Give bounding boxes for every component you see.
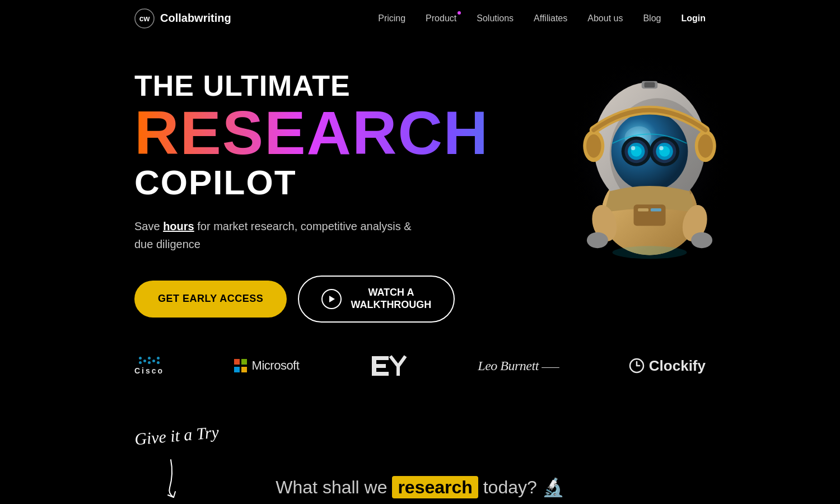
clockify-text: Clockify (649, 357, 706, 375)
ey-logo (369, 351, 408, 381)
microsoft-logo: Microsoft (234, 358, 300, 373)
svg-point-18 (659, 146, 664, 151)
bottom-section: Give it a Try What shall we research tod… (0, 398, 840, 504)
nav-link-about-us[interactable]: About us (587, 13, 623, 24)
cisco-logo: Cisco (134, 357, 164, 375)
hero-description: Save hours for market research, competit… (134, 217, 426, 253)
ms-blue-square (234, 367, 240, 372)
leo-burnett-text: Leo Burnett —— (478, 358, 559, 374)
logos-section: Cisco Microsoft Leo Burnett —— (0, 323, 840, 398)
svg-point-20 (586, 134, 601, 158)
early-access-button[interactable]: GET EARLY ACCESS (134, 281, 287, 318)
clockify-icon (629, 358, 645, 374)
play-icon (321, 289, 342, 309)
svg-point-31 (691, 232, 712, 249)
svg-text:cw: cw (139, 14, 150, 23)
ey-svg (369, 351, 408, 381)
nav-links: Pricing Product Solutions Affiliates Abo… (378, 13, 706, 24)
svg-rect-27 (651, 208, 661, 212)
svg-point-22 (698, 134, 713, 158)
astronaut-image (554, 48, 745, 260)
arrow-scribble-icon (165, 457, 199, 502)
astronaut-svg (554, 48, 745, 260)
svg-rect-26 (638, 208, 648, 212)
svg-point-13 (631, 146, 636, 151)
watch-walkthrough-button[interactable]: WATCH AWALKTHROUGH (298, 276, 455, 322)
hero-illustration (543, 48, 756, 260)
nav-link-product[interactable]: Product (426, 13, 456, 24)
navbar: cw Collabwriting Pricing Product Solutio… (0, 0, 840, 36)
ms-grid-icon (234, 359, 248, 372)
svg-rect-24 (645, 82, 655, 88)
hero-desc-pre: Save (134, 220, 163, 232)
nav-login-button[interactable]: Login (681, 13, 706, 24)
svg-point-30 (587, 232, 608, 249)
ms-red-square (234, 359, 240, 365)
hero-desc-link: hours (163, 220, 194, 232)
bottom-research-highlight: research (392, 476, 478, 498)
nav-link-blog[interactable]: Blog (643, 13, 661, 24)
leo-burnett-logo: Leo Burnett —— (478, 358, 559, 374)
ms-yellow-square (241, 367, 247, 372)
nav-link-solutions[interactable]: Solutions (477, 13, 514, 24)
svg-point-32 (613, 246, 687, 259)
logo-area[interactable]: cw Collabwriting (134, 8, 231, 29)
logo-text: Collabwriting (160, 12, 231, 25)
cisco-text: Cisco (134, 366, 164, 375)
cw-logo-icon: cw (134, 8, 155, 29)
bottom-tagline: What shall we research today? 🔬 (134, 477, 706, 498)
microsoft-text: Microsoft (252, 358, 300, 373)
play-triangle-icon (329, 296, 335, 302)
hero-section: THE ULTIMATE RESEARCH COPILOT Save hours… (0, 36, 840, 323)
nav-link-pricing[interactable]: Pricing (378, 13, 405, 24)
clockify-logo: Clockify (629, 357, 706, 375)
watch-label: WATCH AWALKTHROUGH (351, 287, 431, 311)
svg-rect-25 (634, 204, 666, 226)
nav-link-affiliates[interactable]: Affiliates (534, 13, 567, 24)
ms-green-square (241, 359, 247, 365)
bottom-post: today? 🔬 (478, 477, 564, 497)
bottom-pre: What shall we (276, 477, 392, 497)
give-it-try-text: Give it a Try (134, 422, 220, 449)
hero-buttons: GET EARLY ACCESS WATCH AWALKTHROUGH (134, 276, 706, 322)
